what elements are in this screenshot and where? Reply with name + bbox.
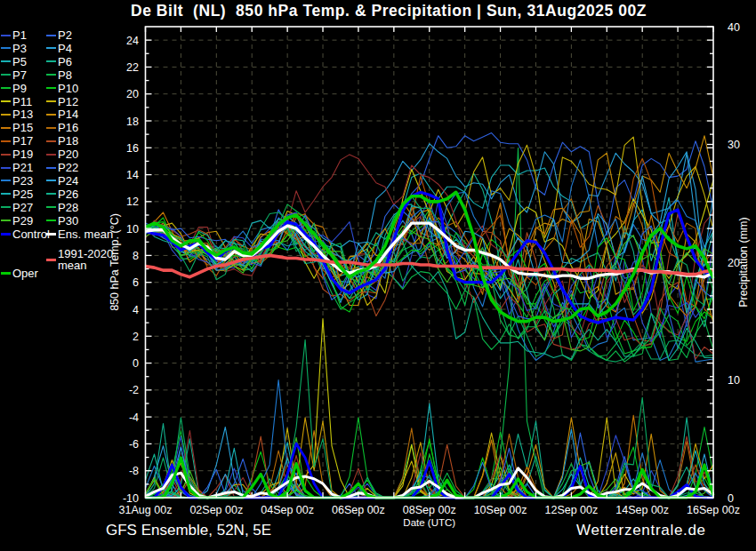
- legend-label-P13: P13: [12, 108, 33, 122]
- x-tick-label: 06Sep 00z: [332, 504, 385, 516]
- legend-item-P17: P17: [1, 135, 33, 148]
- legend-swatch-P25: [1, 193, 11, 195]
- legend-label-P26: P26: [58, 188, 78, 201]
- y2-tick-label: 0: [728, 492, 734, 505]
- legend-label-P27: P27: [12, 201, 33, 214]
- legend-label-P18: P18: [58, 134, 78, 148]
- legend-label-Control: Control: [12, 228, 50, 241]
- y-tick-label: 24: [126, 35, 139, 47]
- legend-item-P16: P16: [46, 122, 78, 135]
- legend-item-P3: P3: [1, 43, 27, 56]
- legend-item-P9: P9: [1, 83, 27, 96]
- legend-item-Clim: 1991-2020 mean: [46, 254, 113, 268]
- y2-axis-title: Precipitation (mm): [737, 217, 750, 307]
- legend-item-P23: P23: [1, 175, 33, 188]
- legend-item-P12: P12: [46, 96, 78, 109]
- legend-item-P4: P4: [46, 43, 72, 56]
- legend-item-Oper: Oper: [1, 268, 38, 281]
- x-tick-label: 02Sep 00z: [189, 504, 243, 516]
- legend-swatch-P4: [46, 47, 56, 49]
- legend-item-P6: P6: [46, 56, 72, 69]
- legend-swatch-P16: [46, 127, 56, 129]
- legend-swatch-P18: [46, 140, 56, 142]
- legend-item-P29: P29: [1, 215, 33, 228]
- legend-label-EnsMean: Ens. mean: [58, 228, 113, 241]
- legend-swatch-P17: [1, 140, 11, 142]
- y2-tick-label: 40: [728, 21, 740, 34]
- y-tick-label: -8: [129, 465, 139, 477]
- legend-swatch-EnsMean: [46, 233, 56, 236]
- legend-swatch-P7: [1, 74, 11, 76]
- footer-model-label: GFS Ensemble, 52N, 5E: [106, 522, 271, 539]
- y-tick-label: -4: [129, 411, 139, 424]
- legend-item-P30: P30: [46, 215, 78, 228]
- x-tick-label: 16Sep 00z: [687, 504, 740, 516]
- legend-swatch-P26: [46, 193, 56, 195]
- legend-item-P2: P2: [46, 29, 72, 43]
- legend-swatch-P6: [46, 60, 56, 62]
- legend-label-P7: P7: [12, 68, 27, 82]
- y-tick-label: 0: [133, 357, 139, 370]
- legend-label-P24: P24: [58, 174, 78, 188]
- legend-swatch-P27: [1, 206, 11, 208]
- y-tick-label: 16: [126, 142, 139, 155]
- y-tick-label: 10: [126, 223, 139, 236]
- legend-swatch-P11: [1, 100, 11, 102]
- y-tick-label: 4: [133, 304, 139, 316]
- legend-swatch-P30: [46, 220, 56, 221]
- footer-site-label: Wetterzentrale.de: [576, 522, 706, 539]
- x-tick-label: 08Sep 00z: [403, 504, 456, 516]
- legend-item-P8: P8: [46, 69, 72, 83]
- legend-item-P10: P10: [46, 83, 78, 96]
- legend-item-P13: P13: [1, 108, 33, 122]
- legend-swatch-P22: [46, 167, 56, 169]
- y2-tick-label: 30: [728, 139, 740, 151]
- legend-item-P15: P15: [1, 122, 33, 135]
- legend-item-P26: P26: [46, 188, 78, 202]
- x-tick-label: 04Sep 00z: [261, 504, 314, 516]
- legend-swatch-P10: [46, 87, 56, 89]
- legend-item-P14: P14: [46, 108, 78, 122]
- legend-swatch-P2: [46, 35, 56, 36]
- legend-swatch-P1: [1, 35, 11, 36]
- legend-swatch-P8: [46, 74, 56, 76]
- legend-item-EnsMean: Ens. mean: [46, 228, 113, 242]
- legend-swatch-P13: [1, 114, 11, 116]
- x-tick-label: 14Sep 00z: [615, 504, 669, 516]
- legend-swatch-P24: [46, 180, 56, 181]
- weather-chart-page: {"title":"De Bilt (NL) 850 hPa Temp. & P…: [0, 0, 756, 551]
- legend-label-P3: P3: [12, 42, 27, 55]
- legend-label-P25: P25: [12, 188, 33, 201]
- plot-area: -10-8-6-4-202468101214161820222401020304…: [0, 0, 756, 551]
- legend-label-P17: P17: [12, 134, 33, 148]
- legend-label-P10: P10: [58, 82, 78, 95]
- y2-tick-label: 10: [728, 374, 740, 387]
- legend-swatch-P9: [1, 87, 11, 89]
- legend-label-P19: P19: [12, 148, 33, 161]
- y-tick-label: -10: [123, 492, 139, 505]
- legend-label-P9: P9: [12, 82, 27, 95]
- legend-label-P12: P12: [58, 95, 78, 108]
- x-tick-label: 10Sep 00z: [474, 504, 527, 516]
- y-tick-label: 20: [126, 88, 139, 100]
- legend-item-P1: P1: [1, 29, 27, 43]
- legend-swatch-P3: [1, 47, 11, 49]
- y-tick-label: -6: [129, 438, 139, 451]
- x-tick-label: 31Aug 00z: [119, 504, 173, 516]
- legend-swatch-P19: [1, 154, 11, 156]
- legend-swatch-P12: [46, 100, 56, 102]
- legend-label-P21: P21: [12, 161, 33, 174]
- legend-item-P24: P24: [46, 175, 78, 188]
- legend-label-P14: P14: [58, 108, 78, 122]
- legend-swatch-P5: [1, 60, 11, 62]
- legend-label-P6: P6: [58, 55, 72, 68]
- legend-item-P21: P21: [1, 162, 33, 175]
- legend-swatch-P21: [1, 167, 11, 169]
- y-tick-label: 8: [133, 250, 139, 262]
- legend-label-P2: P2: [58, 28, 72, 42]
- legend-swatch-Oper: [1, 272, 11, 275]
- legend-label-P4: P4: [58, 42, 72, 55]
- y-tick-label: 22: [126, 61, 139, 74]
- legend-item-Control: Control: [1, 228, 50, 242]
- legend-item-P27: P27: [1, 202, 33, 215]
